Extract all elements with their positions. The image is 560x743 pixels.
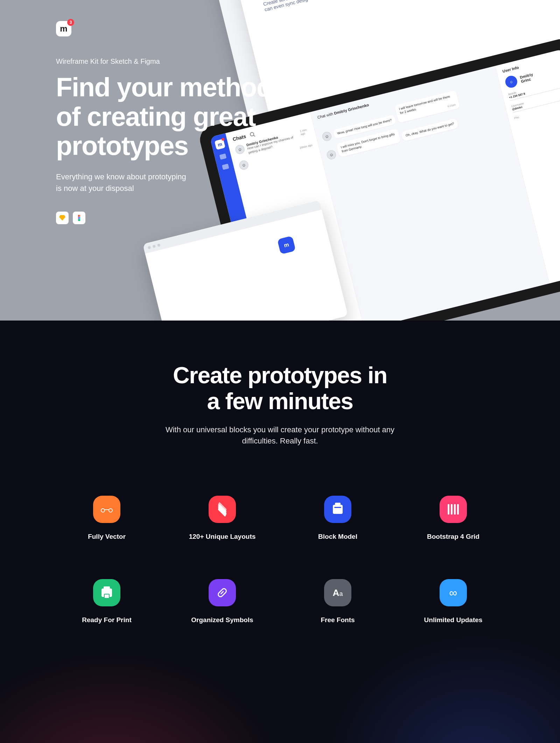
- figma-icon: [73, 212, 85, 224]
- feature-label: Ready For Print: [56, 616, 158, 624]
- hero-title-line: Find your method: [56, 72, 272, 102]
- feature-inf-icon: ∞: [440, 579, 467, 606]
- feature-item: Block Model: [287, 496, 388, 541]
- features-title-line: Create prototypes in: [173, 362, 387, 388]
- chat-item-time: 1 min ago: [300, 128, 311, 142]
- feature-item: ∞Unlimited Updates: [402, 579, 504, 624]
- feature-node-icon: [93, 496, 120, 523]
- hero-copy: m 3 Wireframe Kit for Sketch & Figma Fin…: [56, 21, 272, 224]
- feature-item: AaFree Fonts: [287, 579, 388, 624]
- feature-print-icon: [93, 579, 120, 606]
- hero-kicker: Wireframe Kit for Sketch & Figma: [56, 57, 272, 66]
- avatar-icon: ☺: [321, 131, 332, 142]
- features-title: Create prototypes in a few minutes: [56, 363, 504, 414]
- feature-label: Bootstrap 4 Grid: [402, 533, 504, 541]
- features-grid: Fully Vector120+ Unique LayoutsBlock Mod…: [56, 496, 504, 624]
- feature-item: Fully Vector: [56, 496, 158, 541]
- features-lead: With our universal blocks you will creat…: [158, 424, 402, 447]
- user-avatar-icon: ☺: [504, 75, 518, 89]
- feature-grid-icon: [440, 496, 467, 523]
- hero-section: m 3 Wireframe Kit for Sketch & Figma Fin…: [0, 0, 560, 321]
- hero-subtitle: Everything we know about prototyping is …: [56, 171, 272, 194]
- brand-logo-letter: m: [60, 24, 67, 33]
- avatar-icon: ☺: [326, 149, 337, 160]
- feature-item: Bootstrap 4 Grid: [402, 496, 504, 541]
- feature-label: Block Model: [287, 533, 388, 541]
- sketch-icon: [56, 212, 69, 224]
- feature-block-icon: [324, 496, 351, 523]
- feature-item: Ready For Print: [56, 579, 158, 624]
- feature-label: Unlimited Updates: [402, 616, 504, 624]
- feature-layers-icon: [209, 496, 236, 523]
- feature-item: 120+ Unique Layouts: [172, 496, 273, 541]
- features-title-line: a few minutes: [207, 388, 353, 414]
- hero-sub-line: Everything we know about prototyping: [56, 172, 186, 181]
- hero-title-line: prototypes: [56, 131, 188, 160]
- feature-label: 120+ Unique Layouts: [172, 533, 273, 541]
- chat-item-time: 20min ago: [299, 144, 314, 156]
- brand-logo-badge: 3: [67, 19, 74, 26]
- feature-label: Organized Symbols: [172, 616, 273, 624]
- message-bubble: Oh, okay. What do you want to get?: [401, 118, 458, 142]
- feature-label: Fully Vector: [56, 533, 158, 541]
- mini-window-logo: m: [277, 236, 296, 254]
- feature-item: Organized Symbols: [172, 579, 273, 624]
- features-section: Create prototypes in a few minutes With …: [0, 321, 560, 743]
- feature-font-icon: Aa: [324, 579, 351, 606]
- hero-sub-line: is now at your disposal: [56, 184, 134, 193]
- feature-link-icon: [209, 579, 236, 606]
- tool-chips: [56, 212, 272, 224]
- hero-title: Find your method of creating great proto…: [56, 73, 272, 160]
- mock-landing-body: Create screens directly in Method or add…: [262, 0, 387, 12]
- feature-label: Free Fonts: [287, 616, 388, 624]
- hero-title-line: of creating great: [56, 102, 255, 131]
- brand-logo: m 3: [56, 21, 71, 36]
